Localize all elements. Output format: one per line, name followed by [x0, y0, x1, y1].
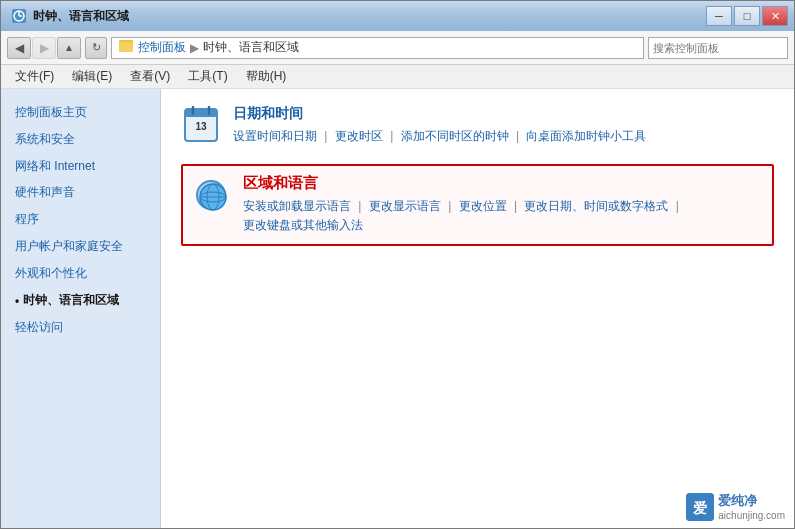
- link-set-datetime[interactable]: 设置时间和日期: [233, 129, 317, 143]
- link-change-keyboard[interactable]: 更改键盘或其他输入法: [243, 218, 363, 232]
- link-add-desktop-clock[interactable]: 向桌面添加时钟小工具: [526, 129, 646, 143]
- content-panel: 13 日期和时间 设置时间和日期 | 更改时区 | 添加不同时区的时钟 | 向桌…: [161, 89, 794, 528]
- sidebar-item-users[interactable]: 用户帐户和家庭安全: [1, 233, 160, 260]
- sidebar-item-clock[interactable]: • 时钟、语言和区域: [1, 287, 160, 315]
- up-button[interactable]: ▲: [57, 37, 81, 59]
- link-install-lang[interactable]: 安装或卸载显示语言: [243, 199, 351, 213]
- sidebar: 控制面板主页 系统和安全 网络和 Internet 硬件和声音 程序 用户帐户和…: [1, 89, 161, 528]
- datetime-title[interactable]: 日期和时间: [233, 105, 774, 123]
- sidebar-item-hardware[interactable]: 硬件和声音: [1, 179, 160, 206]
- svg-text:13: 13: [195, 121, 207, 132]
- link-add-clocks[interactable]: 添加不同时区的时钟: [401, 129, 509, 143]
- nav-group: ◀ ▶ ▲: [7, 37, 81, 59]
- region-icon: [191, 174, 231, 214]
- main-window: 时钟、语言和区域 ─ □ ✕ ◀ ▶ ▲ ↻ 控制面板 ▶ 时钟、语言和区域: [0, 0, 795, 529]
- sidebar-item-network[interactable]: 网络和 Internet: [1, 153, 160, 180]
- region-links: 安装或卸载显示语言 | 更改显示语言 | 更改位置 | 更改日期、时间或数字格式…: [243, 197, 764, 235]
- menu-view[interactable]: 查看(V): [122, 66, 178, 87]
- menu-file[interactable]: 文件(F): [7, 66, 62, 87]
- svg-text:爱: 爱: [693, 500, 707, 516]
- breadcrumb-icon: [118, 38, 134, 57]
- watermark-url: aichunjing.com: [718, 510, 785, 521]
- breadcrumb-separator: ▶: [190, 41, 199, 55]
- link-change-format[interactable]: 更改日期、时间或数字格式: [524, 199, 668, 213]
- bullet-icon: •: [15, 293, 19, 310]
- search-box[interactable]: 🔍: [648, 37, 788, 59]
- address-bar: ◀ ▶ ▲ ↻ 控制面板 ▶ 时钟、语言和区域 🔍: [1, 31, 794, 65]
- section-region: 区域和语言 安装或卸载显示语言 | 更改显示语言 | 更改位置 | 更改日期、时…: [181, 164, 774, 245]
- breadcrumb-current: 时钟、语言和区域: [203, 39, 299, 56]
- sidebar-item-system[interactable]: 系统和安全: [1, 126, 160, 153]
- datetime-links: 设置时间和日期 | 更改时区 | 添加不同时区的时钟 | 向桌面添加时钟小工具: [233, 127, 774, 146]
- svg-rect-5: [119, 42, 133, 52]
- back-button[interactable]: ◀: [7, 37, 31, 59]
- forward-button[interactable]: ▶: [32, 37, 56, 59]
- section-datetime: 13 日期和时间 设置时间和日期 | 更改时区 | 添加不同时区的时钟 | 向桌…: [181, 105, 774, 146]
- menu-bar: 文件(F) 编辑(E) 查看(V) 工具(T) 帮助(H): [1, 65, 794, 89]
- title-bar-left: 时钟、语言和区域: [11, 8, 129, 25]
- refresh-button[interactable]: ↻: [85, 37, 107, 59]
- watermark: 爱 爱纯净 aichunjing.com: [686, 492, 785, 521]
- menu-help[interactable]: 帮助(H): [238, 66, 295, 87]
- breadcrumb[interactable]: 控制面板 ▶ 时钟、语言和区域: [111, 37, 644, 59]
- sidebar-item-clock-label: 时钟、语言和区域: [23, 292, 119, 309]
- link-change-display-lang[interactable]: 更改显示语言: [369, 199, 441, 213]
- window-title: 时钟、语言和区域: [33, 8, 129, 25]
- title-bar: 时钟、语言和区域 ─ □ ✕: [1, 1, 794, 31]
- watermark-logo: 爱: [686, 493, 714, 521]
- close-button[interactable]: ✕: [762, 6, 788, 26]
- svg-rect-7: [185, 109, 217, 117]
- watermark-brand: 爱纯净: [718, 492, 785, 510]
- maximize-button[interactable]: □: [734, 6, 760, 26]
- link-change-timezone[interactable]: 更改时区: [335, 129, 383, 143]
- sidebar-item-accessibility[interactable]: 轻松访问: [1, 314, 160, 341]
- menu-tools[interactable]: 工具(T): [180, 66, 235, 87]
- region-content: 区域和语言 安装或卸载显示语言 | 更改显示语言 | 更改位置 | 更改日期、时…: [243, 174, 764, 235]
- link-change-location[interactable]: 更改位置: [459, 199, 507, 213]
- sidebar-item-programs[interactable]: 程序: [1, 206, 160, 233]
- main-area: 控制面板主页 系统和安全 网络和 Internet 硬件和声音 程序 用户帐户和…: [1, 89, 794, 528]
- datetime-content: 日期和时间 设置时间和日期 | 更改时区 | 添加不同时区的时钟 | 向桌面添加…: [233, 105, 774, 146]
- menu-edit[interactable]: 编辑(E): [64, 66, 120, 87]
- window-icon: [11, 8, 27, 24]
- watermark-text: 爱纯净 aichunjing.com: [718, 492, 785, 521]
- breadcrumb-root[interactable]: 控制面板: [138, 39, 186, 56]
- search-input[interactable]: [653, 42, 791, 54]
- sidebar-item-home[interactable]: 控制面板主页: [1, 99, 160, 126]
- datetime-icon: 13: [181, 105, 221, 145]
- minimize-button[interactable]: ─: [706, 6, 732, 26]
- globe-icon: [196, 180, 226, 210]
- sidebar-bullet: • 时钟、语言和区域: [15, 292, 146, 310]
- title-buttons: ─ □ ✕: [706, 6, 788, 26]
- region-title[interactable]: 区域和语言: [243, 174, 764, 193]
- sidebar-item-appearance[interactable]: 外观和个性化: [1, 260, 160, 287]
